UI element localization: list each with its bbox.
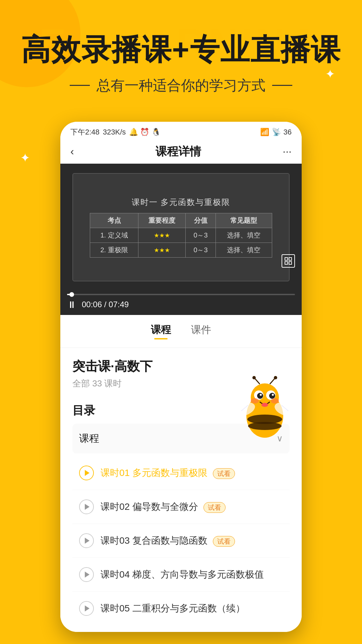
list-item[interactable]: 课时03 复合函数与隐函数 试看: [72, 524, 290, 558]
row2-col3: 0～3: [185, 243, 216, 258]
more-button[interactable]: ···: [283, 145, 292, 158]
time-separator: /: [104, 300, 109, 309]
subtitle-line-right: [272, 85, 292, 86]
list-item[interactable]: 课时01 多元函数与重极限 试看: [72, 456, 290, 490]
video-table: 考点 重要程度 分值 常见题型 1. 定义域 ★★★ 0～3 选: [90, 213, 272, 258]
lesson-text-5: 课时05 二重积分与多元函数（续）: [101, 602, 283, 615]
lesson-text-4: 课时04 梯度、方向导数与多元函数极值: [101, 568, 283, 581]
directory-header[interactable]: 课程 ∨: [72, 424, 290, 453]
play-icon-5: [79, 601, 94, 616]
table-header-4: 常见题型: [216, 213, 272, 228]
back-button[interactable]: ‹: [70, 145, 74, 158]
pause-button[interactable]: ⏸: [67, 299, 76, 310]
lesson-name-1-text: 多元函数与重极限: [132, 468, 207, 478]
lesson-text-2: 课时02 偏导数与全微分 试看: [101, 500, 283, 513]
chalkboard: 课时一 多元函数与重极限 考点 重要程度 分值 常见题型: [72, 173, 290, 281]
tab-courseware[interactable]: 课件: [191, 323, 211, 339]
table-row-1: 1. 定义域 ★★★ 0～3 选择、填空: [90, 228, 272, 243]
phone-mockup: 下午2:48 323K/s 🔔 ⏰ 🐧 📶 📡 36 ‹ 课程详情 ··· 课时…: [60, 122, 302, 632]
status-wifi: 📡: [272, 128, 281, 137]
course-name: 突击课·高数下: [72, 358, 290, 375]
status-network: 323K/s: [103, 128, 126, 137]
trial-badge-1: 试看: [213, 468, 235, 479]
trial-badge-3: 试看: [213, 536, 235, 547]
play-triangle-1: [85, 470, 89, 476]
subtitle-line-left: [70, 85, 90, 86]
phone-container: 下午2:48 323K/s 🔔 ⏰ 🐧 📶 📡 36 ‹ 课程详情 ··· 课时…: [0, 122, 362, 632]
chevron-down-icon: ∨: [277, 433, 283, 444]
trial-badge-2: 试看: [203, 502, 226, 513]
lesson-number-3: 课时03: [101, 535, 130, 546]
fullscreen-button[interactable]: [282, 254, 295, 268]
svg-rect-2: [285, 262, 288, 264]
row1-col2: ★★★: [138, 228, 186, 243]
lesson-text-3: 课时03 复合函数与隐函数 试看: [101, 534, 283, 547]
lesson-list: 课时01 多元函数与重极限 试看 课时02 偏导数与全微分: [72, 456, 290, 625]
play-triangle-5: [85, 605, 89, 611]
row1-col3: 0～3: [185, 228, 216, 243]
play-icon-2: [79, 499, 94, 514]
play-icon-1: [79, 466, 94, 480]
lesson-text-1: 课时01 多元函数与重极限 试看: [101, 467, 283, 479]
status-bar-right: 📶 📡 36: [260, 128, 292, 137]
play-icon-4: [79, 567, 94, 582]
nav-bar: ‹ 课程详情 ···: [60, 140, 302, 164]
lesson-name-3-text: 复合函数与隐函数: [132, 535, 207, 546]
video-player[interactable]: 课时一 多元函数与重极限 考点 重要程度 分值 常见题型: [60, 164, 302, 291]
table-row-2: 2. 重极限 ★★★ 0～3 选择、填空: [90, 243, 272, 258]
play-icon-3: [79, 533, 94, 548]
video-controls: ⏸ 00:06 / 07:49: [60, 291, 302, 315]
course-tabs: 课程 课件: [60, 315, 302, 348]
nav-title: 课程详情: [156, 144, 201, 159]
lesson-number-2: 课时02: [101, 501, 130, 512]
lesson-name-2-text: 偏导数与全微分: [132, 501, 198, 512]
table-header-2: 重要程度: [138, 213, 186, 228]
subtitle: 总有一种适合你的学习方式: [20, 76, 342, 95]
play-triangle-2: [85, 504, 89, 510]
list-item[interactable]: 课时05 二重积分与多元函数（续）: [72, 592, 290, 625]
list-item[interactable]: 课时04 梯度、方向导数与多元函数极值: [72, 558, 290, 592]
lesson-number-4: 课时04: [101, 569, 130, 580]
table-header-1: 考点: [90, 213, 138, 228]
status-bar: 下午2:48 323K/s 🔔 ⏰ 🐧 📶 📡 36: [60, 122, 302, 140]
svg-rect-3: [289, 262, 292, 264]
progress-bar[interactable]: [67, 294, 295, 295]
lesson-name-5-text: 二重积分与多元函数（续）: [132, 603, 245, 613]
progress-dot: [69, 292, 74, 297]
play-triangle-4: [85, 572, 89, 578]
subtitle-text: 总有一种适合你的学习方式: [97, 76, 265, 95]
lesson-name-4-text: 梯度、方向导数与多元函数极值: [132, 569, 264, 580]
svg-rect-1: [289, 258, 292, 260]
lesson-number-1: 课时01: [101, 468, 130, 478]
main-title: 高效录播课+专业直播课: [20, 34, 342, 66]
video-lesson-title: 课时一 多元函数与重极限: [132, 197, 231, 208]
row2-col1: 2. 重极限: [90, 243, 138, 258]
status-signal: 📶: [260, 128, 269, 137]
status-icons: 🔔 ⏰ 🐧: [129, 128, 160, 137]
row1-col1: 1. 定义域: [90, 228, 138, 243]
directory-header-label: 课程: [79, 432, 99, 445]
course-meta: 全部 33 课时: [72, 378, 290, 389]
table-header-3: 分值: [185, 213, 216, 228]
header-section: 高效录播课+专业直播课 总有一种适合你的学习方式: [0, 0, 362, 108]
play-triangle-3: [85, 538, 89, 544]
status-time: 下午2:48: [70, 127, 100, 137]
list-item[interactable]: 课时02 偏导数与全微分 试看: [72, 490, 290, 524]
status-battery: 36: [284, 128, 292, 137]
row1-col4: 选择、填空: [216, 228, 272, 243]
row2-col2: ★★★: [138, 243, 186, 258]
controls-row: ⏸ 00:06 / 07:49: [67, 299, 295, 310]
status-bar-left: 下午2:48 323K/s 🔔 ⏰ 🐧: [70, 127, 161, 137]
directory-title: 目录: [72, 396, 290, 424]
total-time: 07:49: [109, 300, 129, 309]
svg-rect-0: [285, 258, 288, 260]
course-info: 突击课·高数下 全部 33 课时: [60, 348, 302, 396]
row2-col4: 选择、填空: [216, 243, 272, 258]
time-display: 00:06 / 07:49: [82, 300, 129, 309]
directory-section: 目录 课程 ∨ 课时01 多元函数与重极限 试看: [60, 396, 302, 632]
tab-course[interactable]: 课程: [151, 323, 171, 339]
current-time: 00:06: [82, 300, 102, 309]
video-content: 课时一 多元函数与重极限 考点 重要程度 分值 常见题型: [60, 164, 302, 291]
lesson-number-5: 课时05: [101, 603, 130, 613]
